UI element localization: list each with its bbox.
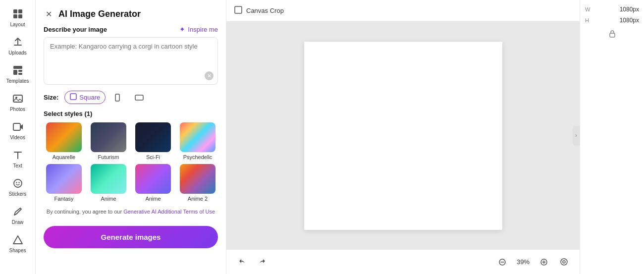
stickers-icon [12,177,24,189]
svg-rect-1 [18,9,22,13]
svg-rect-23 [610,33,615,37]
canvas-expand-arrow[interactable]: › [573,126,580,146]
size-landscape-option[interactable] [129,92,149,103]
style-fantasy[interactable]: Fantasy [44,164,84,202]
svg-rect-16 [115,94,119,101]
sidebar-item-text[interactable]: Text [3,145,33,172]
style-psychedelic-thumb [180,122,215,152]
photos-icon [12,93,24,105]
style-anime2[interactable]: Anime [133,164,173,202]
redo-button[interactable] [254,254,270,270]
describe-section: Describe your image ✦ Inspire me ✕ [36,25,226,91]
sidebar-item-templates-label: Templates [6,78,29,84]
shapes-icon [12,234,24,246]
inspire-label: Inspire me [188,26,218,33]
canvas-main: › [226,22,580,249]
size-square-option[interactable]: Square [64,91,106,104]
style-anime2-thumb [135,164,171,194]
ai-panel: ✕ AI Image Generator Describe your image… [36,0,226,274]
svg-point-13 [18,182,19,183]
settings-button[interactable] [556,254,572,270]
right-panel: W 1080px H 1080px [580,0,644,274]
style-anime3[interactable]: Anime 2 [177,164,218,202]
lock-icon[interactable] [585,30,639,38]
image-description-input[interactable] [44,38,217,82]
style-futurism-label: Futurism [98,154,119,160]
svg-rect-7 [18,73,22,75]
sidebar-item-layout[interactable]: Layout [3,4,33,31]
style-anime3-thumb [180,164,215,194]
draw-icon [12,206,24,218]
styles-section: Select styles (1) Aquarelle Futurism Sci… [36,110,226,208]
terms-link[interactable]: Generative AI Additional Terms of Use [123,209,215,215]
style-scifi-thumb [135,122,171,152]
sidebar-item-uploads[interactable]: Uploads [3,32,33,59]
svg-point-11 [14,179,22,187]
style-scifi[interactable]: Sci-Fi [133,122,173,160]
sidebar-item-videos[interactable]: Videos [3,117,33,144]
sidebar-item-photos[interactable]: Photos [3,89,33,116]
svg-rect-0 [13,9,17,13]
uploads-icon [12,36,24,48]
sidebar-item-stickers-label: Stickers [9,191,27,197]
sidebar-item-shapes-label: Shapes [9,248,26,253]
size-label: Size: [44,94,58,101]
canvas-toolbar: Canvas Crop [226,0,580,22]
style-scifi-label: Sci-Fi [146,154,160,160]
close-button[interactable]: ✕ [44,9,54,19]
svg-rect-2 [13,14,17,18]
svg-point-12 [16,182,17,183]
text-icon [12,149,24,161]
svg-marker-14 [13,236,22,244]
style-futurism[interactable]: Futurism [88,122,129,160]
style-aquarelle[interactable]: Aquarelle [44,122,84,160]
svg-rect-6 [18,70,22,72]
style-aquarelle-label: Aquarelle [53,154,75,160]
style-psychedelic[interactable]: Psychedelic [177,122,218,160]
height-label: H [585,17,589,23]
generate-section: Generate images [36,222,226,256]
sidebar-item-draw[interactable]: Draw [3,202,33,229]
size-portrait-option[interactable] [109,91,125,104]
clear-button[interactable]: ✕ [205,71,214,80]
svg-point-21 [561,259,567,265]
sidebar-item-shapes[interactable]: Shapes [3,230,33,257]
style-fantasy-label: Fantasy [54,196,73,202]
canvas-footer: 39% [226,249,580,274]
width-value: 1080px [620,6,639,13]
layout-icon [12,8,24,20]
footer-right: 39% [494,254,572,270]
canvas-area: Canvas Crop › 39 [226,0,580,274]
sidebar-item-stickers[interactable]: Stickers [3,173,33,201]
svg-rect-18 [235,6,242,13]
terms-text: By continuing, you agree to our [47,209,122,215]
style-psychedelic-label: Psychedelic [183,154,213,160]
style-anime1[interactable]: Anime [88,164,129,202]
sidebar: Layout Uploads Templates [0,0,36,274]
sidebar-item-templates[interactable]: Templates [3,60,33,88]
size-section: Size: Square [36,91,226,110]
canvas-white-area[interactable] [304,42,502,230]
inspire-button[interactable]: ✦ Inspire me [179,25,218,33]
textarea-wrap: ✕ [44,37,218,85]
templates-icon [12,64,24,76]
generate-button[interactable]: Generate images [44,226,218,248]
zoom-out-button[interactable] [494,254,510,270]
svg-rect-4 [13,66,22,69]
zoom-in-button[interactable] [536,254,552,270]
landscape-icon [135,95,144,101]
svg-rect-5 [13,70,17,75]
size-options: Square [64,91,149,104]
svg-rect-8 [13,95,22,102]
svg-rect-10 [13,123,20,130]
square-icon [70,93,77,102]
style-fantasy-thumb [46,164,82,194]
style-anime2-label: Anime [145,196,161,202]
svg-point-22 [563,261,565,263]
panel-title: AI Image Generator [58,9,141,19]
styles-grid: Aquarelle Futurism Sci-Fi Psychedelic Fa… [44,122,218,202]
zoom-percent: 39% [514,258,532,266]
sidebar-item-layout-label: Layout [10,22,25,27]
undo-button[interactable] [234,254,250,270]
describe-label: Describe your image [44,26,107,33]
